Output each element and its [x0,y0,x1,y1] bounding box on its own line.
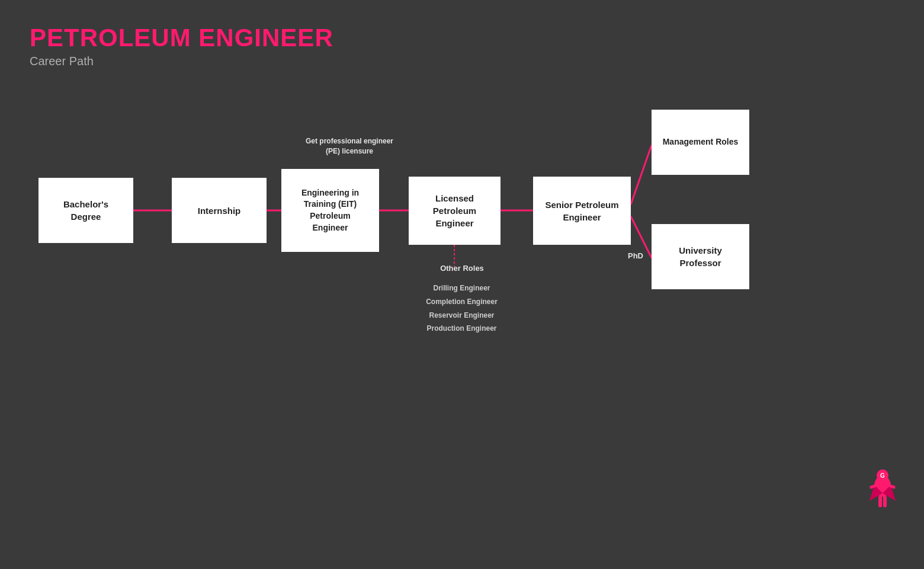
phd-label: PhD [628,251,643,260]
bachelors-box: Bachelor'sDegree [38,178,133,243]
page-title: PETROLEUM ENGINEER [30,24,894,52]
pe-licensure-label: Get professional engineer(PE) licensure [290,136,409,156]
mascot-icon: G [865,468,900,516]
management-box: Management Roles [652,110,749,175]
svg-rect-13 [883,496,887,507]
professor-box: UniversityProfessor [652,224,749,289]
page-subtitle: Career Path [30,55,894,68]
header: PETROLEUM ENGINEER Career Path [0,0,924,68]
other-roles-list: Drilling Engineer Completion Engineer Re… [410,282,514,335]
eit-box: Engineering inTraining (EIT)PetroleumEng… [281,169,379,252]
svg-rect-12 [878,496,882,507]
licensed-box: LicensedPetroleumEngineer [409,177,500,245]
other-roles-title: Other Roles [415,264,509,273]
svg-text:G: G [880,472,885,479]
internship-box: Internship [172,178,267,243]
senior-box: Senior PetroleumEngineer [533,177,631,245]
diagram-area: Bachelor'sDegree Internship Engineering … [0,77,924,539]
svg-line-4 [631,145,652,204]
